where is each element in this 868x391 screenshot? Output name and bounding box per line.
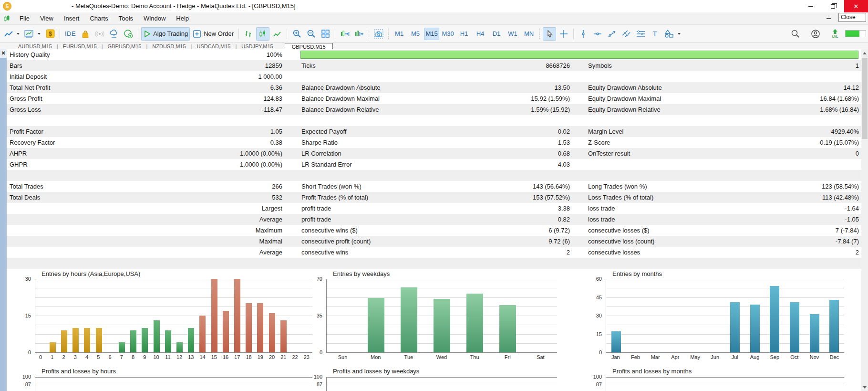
bar-slot [255, 279, 266, 352]
timeframe-w1[interactable]: W1 [505, 28, 520, 40]
bar-slot [35, 279, 47, 352]
x-axis-label: 4 [81, 354, 93, 360]
timeframe-h4[interactable]: H4 [473, 28, 488, 40]
text-tool-button[interactable]: T [648, 27, 661, 41]
fibonacci-tool-button[interactable] [634, 27, 647, 41]
scrollbar-thumb[interactable] [862, 58, 868, 139]
level-up-button[interactable]: LVL [828, 27, 842, 41]
y-axis-label: 0 [292, 349, 322, 355]
zoom-out-button[interactable] [304, 27, 318, 41]
menu-item-charts[interactable]: Charts [84, 12, 113, 25]
channel-tool-button[interactable] [620, 27, 633, 41]
algo-trading-button[interactable]: Algo Trading [141, 27, 190, 41]
stat-value: 8668726 [546, 60, 570, 71]
screenshot-button[interactable] [372, 27, 385, 41]
timeframe-d1[interactable]: D1 [489, 28, 504, 40]
bar-Wed [434, 299, 451, 352]
timeframe-h1[interactable]: H1 [456, 28, 472, 40]
menu-bar: FileViewInsertChartsToolsWindowHelp [0, 12, 868, 25]
menu-item-window[interactable]: Window [138, 12, 171, 25]
bar-5 [96, 328, 102, 352]
bar-chart-style-button[interactable] [242, 27, 255, 41]
horizontal-line-tool-button[interactable] [591, 27, 604, 41]
stat-label: Balance Drawdown Relative [301, 104, 379, 115]
profiles-button[interactable] [22, 27, 42, 41]
shapes-tool-button[interactable] [662, 27, 682, 41]
vertical-scrollbar[interactable] [861, 49, 868, 391]
stats-row [7, 115, 861, 126]
cursor-tool-button[interactable] [543, 27, 556, 41]
timeframe-m30[interactable]: M30 [440, 28, 455, 40]
search-button[interactable] [788, 27, 802, 41]
bar-16 [223, 311, 229, 352]
chart-tab-usdjpy-m15[interactable]: USDJPY,M15 [237, 43, 278, 49]
auto-scroll-button[interactable] [338, 27, 351, 41]
pl-by-weekdays-chart: Profits and losses by weekdays10087 [292, 363, 579, 391]
timeframe-m5[interactable]: M5 [408, 28, 423, 40]
crosshair-tool-button[interactable] [557, 27, 570, 41]
stats-row: Profit Factor1.05Expected Payoff0.02Marg… [7, 126, 861, 137]
deposit-button[interactable]: $ [43, 27, 57, 41]
timeframe-mn[interactable]: MN [521, 28, 537, 40]
account-button[interactable] [809, 27, 822, 41]
chart-tab-usdcad-m15[interactable]: USDCAD,M15 [192, 43, 235, 49]
stat-label: Balance Drawdown Absolute [301, 82, 381, 93]
new-order-button[interactable]: New Order [191, 27, 236, 41]
signals-icon[interactable] [93, 27, 106, 41]
mdi-minimize-button[interactable] [827, 18, 831, 19]
zoom-in-button[interactable] [290, 27, 303, 41]
chart-shift-button[interactable] [352, 27, 366, 41]
market-button[interactable] [79, 27, 92, 41]
vps-cloud-button[interactable] [107, 27, 121, 41]
x-axis-label: 10 [151, 354, 162, 360]
scroll-up-button[interactable] [861, 49, 868, 57]
ide-button[interactable]: IDE [63, 27, 78, 41]
stat-value: 1.59% (15.92) [531, 104, 570, 115]
chart-tab-active[interactable]: GBPUSD,M15 [285, 43, 333, 49]
panel-close-button[interactable]: ✕ [0, 49, 7, 58]
bar-slot [278, 279, 289, 352]
minimize-button[interactable] [799, 0, 822, 12]
new-order-label: New Order [204, 30, 234, 37]
menu-item-insert[interactable]: Insert [59, 12, 85, 25]
x-axis-label: 16 [220, 354, 231, 360]
bar-slot [104, 279, 116, 352]
window-title: - MetaQuotes-Demo: Demo Account - Hedge … [72, 0, 296, 12]
stat-value: 4929.40% [831, 126, 859, 137]
vertical-line-tool-button[interactable] [577, 27, 590, 41]
menu-item-tools[interactable]: Tools [114, 12, 138, 25]
new-chart-button[interactable] [2, 27, 21, 41]
timeframe-m15[interactable]: M15 [424, 28, 439, 40]
y-axis-label: 0 [579, 349, 602, 355]
close-button[interactable]: ✕ [844, 0, 868, 12]
stat-value: 1 000.00 [258, 71, 282, 82]
timeframe-m1[interactable]: M1 [392, 28, 407, 40]
candlestick-style-button[interactable] [256, 27, 269, 41]
bar-slot [705, 279, 725, 352]
chart-tab-gbpusd-m15[interactable]: GBPUSD,M15 [103, 43, 146, 49]
stat-value: 9.72 (6) [548, 236, 570, 247]
algo-trading-label: Algo Trading [153, 30, 188, 37]
stat-label: Long Trades (won %) [588, 181, 647, 192]
tile-windows-button[interactable] [319, 27, 332, 41]
stats-row: Total Trades266Short Trades (won %)143 (… [7, 181, 861, 192]
chart-tab-audusd-m15[interactable]: AUDUSD,M15 [13, 43, 57, 49]
bar-slot [805, 279, 825, 352]
menu-item-file[interactable]: File [14, 12, 35, 25]
restore-button[interactable] [822, 0, 844, 12]
bar-Mon [368, 298, 385, 352]
chart-tab-eurusd-m15[interactable]: EURUSD,M15 [58, 43, 102, 49]
trendline-tool-button[interactable] [605, 27, 619, 41]
stat-value: 532 [272, 192, 282, 203]
stats-row: Gross Loss-118.47Balance Drawdown Relati… [7, 104, 861, 115]
menu-item-help[interactable]: Help [171, 12, 194, 25]
stat-label: consecutive losses [588, 247, 640, 258]
x-axis-label: 8 [127, 354, 139, 360]
menu-item-view[interactable]: View [35, 12, 59, 25]
x-axis-label: 7 [116, 354, 127, 360]
line-chart-style-button[interactable] [270, 27, 284, 41]
bar-slot [139, 279, 151, 352]
scroll-down-button[interactable] [861, 383, 868, 391]
chart-tab-nzdusd-m15[interactable]: NZDUSD,M15 [147, 43, 190, 49]
community-button[interactable] [122, 27, 135, 41]
